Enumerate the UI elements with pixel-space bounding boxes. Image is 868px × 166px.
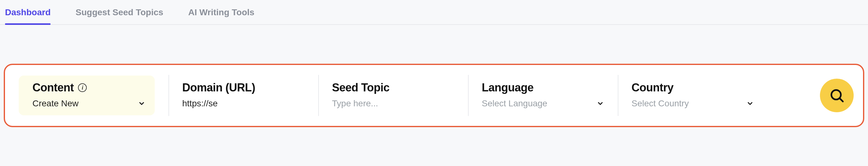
search-icon (829, 87, 845, 103)
seed-topic-label: Seed Topic (332, 81, 390, 94)
search-button[interactable] (820, 79, 854, 112)
language-label: Language (482, 81, 533, 94)
domain-field[interactable]: Domain (URL) (168, 73, 318, 118)
language-field[interactable]: Language Select Language (468, 73, 618, 118)
country-label: Country (631, 81, 674, 94)
chevron-down-icon (138, 100, 145, 107)
seed-topic-field[interactable]: Seed Topic (318, 73, 468, 118)
tab-dashboard[interactable]: Dashboard (5, 7, 51, 24)
content-field[interactable]: Content i Create New (19, 73, 168, 118)
country-field[interactable]: Country Select Country (618, 73, 768, 118)
info-icon[interactable]: i (78, 83, 87, 92)
chevron-down-icon (596, 100, 604, 107)
search-form-row: Content i Create New Domain (URL) Seed T… (4, 64, 864, 127)
country-value: Select Country (631, 98, 689, 109)
seed-topic-input[interactable] (332, 98, 454, 109)
content-value: Create New (32, 98, 79, 109)
domain-input[interactable] (182, 98, 305, 109)
chevron-down-icon (746, 100, 754, 107)
tab-suggest-seed-topics[interactable]: Suggest Seed Topics (75, 7, 163, 24)
tabs-row: Dashboard Suggest Seed Topics AI Writing… (0, 0, 868, 25)
svg-line-1 (840, 98, 843, 102)
content-label: Content (32, 81, 74, 94)
language-value: Select Language (482, 98, 547, 109)
tab-ai-writing-tools[interactable]: AI Writing Tools (188, 7, 254, 24)
domain-label: Domain (URL) (182, 81, 255, 94)
